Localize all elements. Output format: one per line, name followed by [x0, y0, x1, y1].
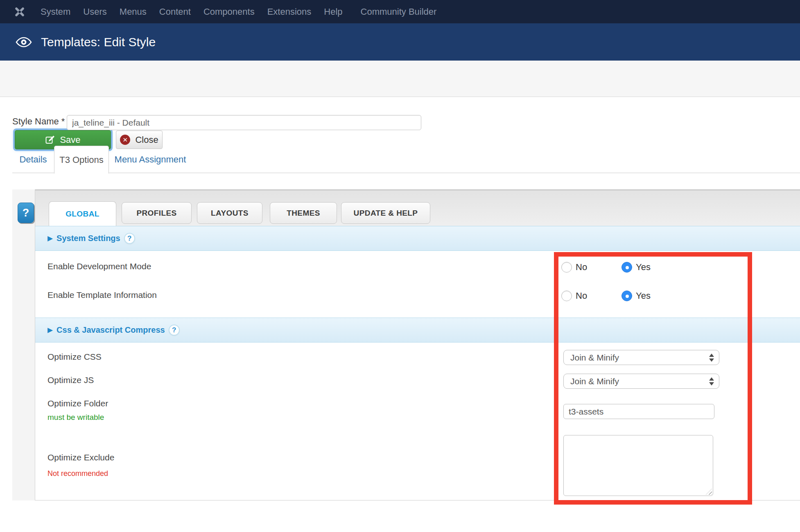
optimize-css-select[interactable]: Join & Minify — [563, 350, 719, 365]
radio-yes-label: Yes — [636, 291, 651, 301]
optimize-folder-input[interactable] — [563, 404, 714, 419]
select-stepper-icon — [709, 377, 714, 385]
main-tabs: Details T3 Options Menu Assignment — [0, 146, 800, 173]
subtab-layouts[interactable]: LAYOUTS — [197, 202, 262, 224]
radio-off-icon[interactable] — [561, 262, 572, 273]
save-button-label: Save — [60, 135, 80, 145]
development-mode-yes-option[interactable]: Yes — [621, 262, 651, 273]
tab-details[interactable]: Details — [12, 146, 54, 173]
menu-system[interactable]: System — [41, 7, 70, 17]
caret-icon: ▶ — [47, 234, 53, 243]
radio-yes-label: Yes — [636, 262, 651, 273]
section-system-settings-title: System Settings — [56, 234, 120, 243]
menu-help[interactable]: Help — [324, 7, 342, 17]
development-mode-no-option[interactable]: No — [561, 262, 587, 273]
enable-template-information-label: Enable Template Information — [47, 290, 157, 300]
optimize-css-selected-value: Join & Minify — [570, 353, 619, 363]
optimize-js-select[interactable]: Join & Minify — [563, 374, 719, 389]
optimize-folder-label: Optimize Folder — [47, 399, 108, 408]
tab-menu-assignment[interactable]: Menu Assignment — [109, 146, 192, 173]
page-title-bar: Templates: Edit Style — [0, 23, 800, 61]
optimize-js-selected-value: Join & Minify — [570, 376, 619, 386]
menu-community-builder[interactable]: Community Builder — [361, 7, 437, 17]
radio-no-label: No — [576, 291, 587, 301]
joomla-logo-icon — [14, 6, 26, 18]
section-css-js-compress-title: Css & Javascript Compress — [56, 325, 165, 335]
t3-help-button[interactable]: ? — [18, 203, 34, 223]
t3-options-panel: GLOBAL PROFILES LAYOUTS THEMES UPDATE & … — [35, 189, 800, 500]
subtab-update-help[interactable]: UPDATE & HELP — [341, 202, 430, 224]
subtab-global[interactable]: GLOBAL — [49, 201, 116, 226]
menu-menus[interactable]: Menus — [120, 7, 147, 17]
optimize-css-label: Optimize CSS — [47, 352, 102, 362]
style-name-label: Style Name * — [12, 116, 65, 127]
tab-t3-options[interactable]: T3 Options — [54, 146, 109, 174]
select-stepper-icon — [709, 354, 714, 362]
section-css-js-compress[interactable]: ▶ Css & Javascript Compress ? — [35, 318, 800, 343]
radio-off-icon[interactable] — [561, 291, 572, 301]
eye-icon — [16, 36, 32, 48]
style-name-input[interactable] — [67, 115, 421, 130]
optimize-js-label: Optimize JS — [47, 375, 94, 385]
section-system-settings[interactable]: ▶ System Settings ? — [35, 226, 800, 251]
radio-on-icon[interactable] — [621, 291, 632, 301]
optimize-exclude-textarea[interactable] — [563, 435, 713, 496]
css-js-compress-help-icon[interactable]: ? — [169, 325, 180, 336]
menu-users[interactable]: Users — [83, 7, 106, 17]
admin-menubar: System Users Menus Content Components Ex… — [0, 0, 800, 23]
page-title: Templates: Edit Style — [41, 35, 156, 49]
optimize-exclude-label: Optimize Exclude — [47, 453, 114, 462]
subtab-profiles[interactable]: PROFILES — [122, 202, 192, 224]
radio-on-icon[interactable] — [621, 262, 632, 273]
save-pencil-icon — [45, 135, 55, 145]
menu-extensions[interactable]: Extensions — [267, 7, 312, 17]
subtab-themes[interactable]: THEMES — [270, 202, 337, 224]
caret-icon: ▶ — [47, 326, 53, 334]
panel-left-strip — [12, 189, 35, 500]
templates-edit-style-page: System Users Menus Content Components Ex… — [0, 0, 800, 532]
system-settings-help-icon[interactable]: ? — [124, 233, 135, 244]
toolbar: Save ✕ Close — [0, 61, 800, 97]
optimize-folder-note: must be writable — [47, 413, 104, 422]
close-icon: ✕ — [120, 135, 130, 145]
radio-no-label: No — [576, 262, 587, 273]
menu-components[interactable]: Components — [203, 7, 255, 17]
menu-content[interactable]: Content — [159, 7, 191, 17]
optimize-exclude-note: Not recommended — [47, 469, 108, 478]
enable-development-mode-label: Enable Development Mode — [47, 261, 151, 271]
admin-menu-items: System Users Menus Content Components Ex… — [41, 7, 436, 17]
close-button-label: Close — [135, 135, 158, 145]
template-information-no-option[interactable]: No — [561, 291, 587, 301]
template-information-yes-option[interactable]: Yes — [621, 291, 651, 301]
